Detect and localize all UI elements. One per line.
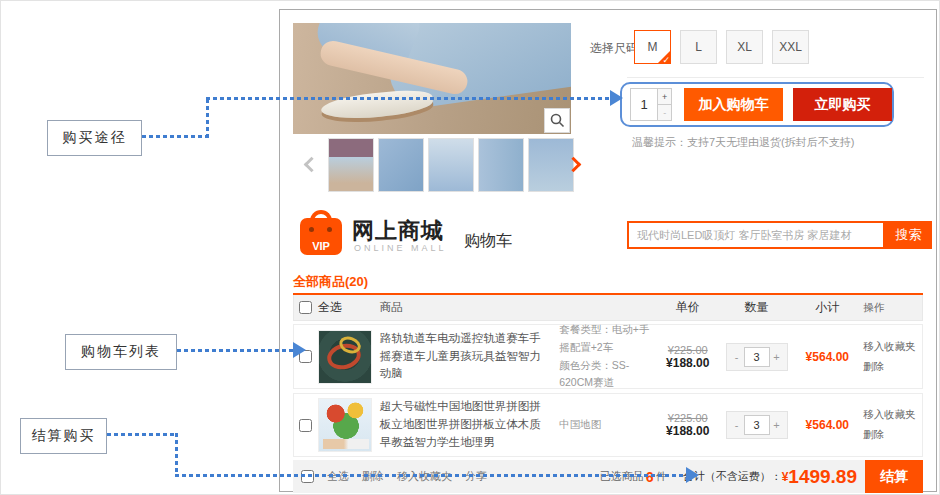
size-option-label: XL [737,40,752,54]
quantity-increase-button[interactable]: + [658,88,672,105]
size-option-xxl[interactable]: XXL [772,30,809,64]
product-thumbnail[interactable] [478,138,524,192]
product-thumbnail[interactable] [378,138,424,192]
arrowhead-icon [610,90,623,106]
item-prices: ¥225.00 ¥188.00 [654,344,722,370]
size-option-l[interactable]: L [680,30,717,64]
arrowhead-icon [686,467,699,483]
column-subtotal: 小计 [791,299,863,316]
connector-line [177,349,295,352]
item-old-price: ¥225.00 [654,412,722,424]
delete-link[interactable]: 删除 [863,357,922,377]
increase-button[interactable]: + [770,415,784,435]
cart-item-row: 路轨轨道车电动遥控轨道赛车手摇赛道车儿童男孩玩具益智智力动脑 套餐类型：电动+手… [293,324,923,389]
buy-controls-highlight-box: 1 + - 加入购物车 立即购买 [620,82,894,127]
item-price: ¥188.00 [654,356,722,370]
item-specs: 中国地图 [559,416,654,434]
annotation-cart-list: 购物车列表 [65,334,177,370]
item-actions: 移入收藏夹 删除 [863,337,922,377]
item-title[interactable]: 路轨轨道车电动遥控轨道赛车手摇赛道车儿童男孩玩具益智智力动脑 [380,330,559,383]
total-currency: ¥ [782,470,789,484]
screenshot-root: 购买途径 购物车列表 结算购买 [0,0,940,495]
magnifier-button[interactable] [544,108,570,133]
item-quantity-stepper: - 3 + [726,411,788,439]
divider [627,77,924,78]
quantity-stepper: + - [658,88,672,121]
connector-line [175,474,688,477]
item-image-map[interactable] [318,398,372,452]
item-spec-line: 套餐类型：电动+手摇配置+2车 [559,321,654,357]
item-price: ¥188.00 [654,424,722,438]
bag-handle [310,210,332,226]
item-spec-line: 中国地图 [559,416,654,434]
shop-panel: 选择尺码: M ✓ L XL XXL 1 + - 加入 [279,9,937,492]
quantity-decrease-button[interactable]: - [658,105,672,121]
page-title: 购物车 [464,231,512,252]
increase-button[interactable]: + [770,347,784,367]
item-actions: 移入收藏夹 删除 [863,405,922,445]
item-subtotal: ¥564.00 [791,418,863,432]
search-button[interactable]: 搜索 [885,221,932,249]
item-specs: 套餐类型：电动+手摇配置+2车 颜色分类：SS-620CM赛道 [559,321,654,392]
move-to-favorites-link[interactable]: 移入收藏夹 [863,337,922,357]
annotation-checkout-purchase: 结算购买 [20,418,107,454]
size-option-label: L [695,40,702,54]
size-option-xl[interactable]: XL [726,30,763,64]
product-thumbnail[interactable] [328,138,374,192]
arrowhead-icon [293,342,306,358]
move-to-favorites-link[interactable]: 移入收藏夹 [863,405,922,425]
cart-table-header: 全选 商品 单价 数量 小计 操作 [293,295,923,321]
connector-line [142,135,208,138]
item-image-racetrack[interactable] [318,330,372,384]
item-subtotal: ¥564.00 [791,350,863,364]
item-quantity-value[interactable]: 3 [744,415,770,435]
brand-name: 网上商城 [352,216,444,246]
connector-line [206,97,611,100]
decrease-button[interactable]: - [730,415,744,435]
size-option-m[interactable]: M ✓ [634,30,671,64]
size-options: M ✓ L XL XXL [634,30,809,64]
item-quantity-stepper: - 3 + [726,343,788,371]
column-select-all: 全选 [318,299,380,316]
cart-item-row: 超大号磁性中国地图世界拼图拼板立地图世界拼图拼板立体木质早教益智力学生地理男 中… [293,393,923,457]
item-old-price: ¥225.00 [654,344,722,356]
decrease-button[interactable]: - [730,347,744,367]
add-to-cart-button[interactable]: 加入购物车 [684,88,783,121]
product-thumbnail[interactable] [428,138,474,192]
item-quantity-value[interactable]: 3 [744,347,770,367]
column-unit-price: 单价 [654,299,722,316]
annotation-purchase-path: 购买途径 [47,120,142,156]
shopping-bag-logo-icon: VIP [300,218,342,255]
select-all-checkbox[interactable] [299,301,312,314]
bag-dot [309,227,314,232]
item-checkbox[interactable] [299,419,312,432]
thumbnail-strip [328,138,574,192]
vip-badge: VIP [300,240,342,252]
return-policy-tip: 温馨提示：支持7天无理由退货(拆封后不支持) [632,135,854,150]
item-spec-line: 颜色分类：SS-620CM赛道 [559,357,654,393]
delete-link[interactable]: 删除 [863,425,922,445]
cart-section-title[interactable]: 全部商品(20) [293,273,368,291]
check-icon: ✓ [662,55,670,65]
item-title[interactable]: 超大号磁性中国地图世界拼图拼板立地图世界拼图拼板立体木质早教益智力学生地理男 [380,398,559,451]
brand-subtitle: ONLINE MALL [354,243,447,253]
item-prices: ¥225.00 ¥188.00 [654,412,722,438]
image-shape [323,439,369,449]
photo-shape [320,87,434,123]
column-quantity: 数量 [722,299,792,316]
product-photo [293,23,571,134]
quantity-input[interactable]: 1 [630,88,658,121]
connector-line [107,433,178,436]
connector-line [206,99,209,138]
column-actions: 操作 [863,298,922,318]
thumbnails-prev-icon[interactable] [304,157,320,173]
search-input[interactable] [627,221,885,249]
size-option-label: M [648,40,658,54]
total-amount: 1499.89 [788,466,857,488]
magnifier-icon [550,113,565,128]
bag-dot [327,227,332,232]
checkout-button[interactable]: 结算 [865,460,923,493]
buy-now-button[interactable]: 立即购买 [793,88,892,121]
column-product: 商品 [380,299,559,317]
connector-line [175,433,178,476]
